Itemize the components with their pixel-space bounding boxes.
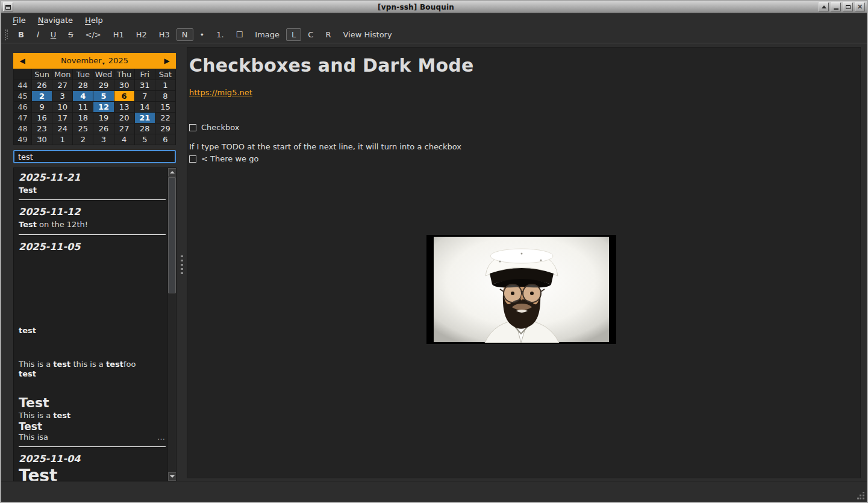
scroll-down-button[interactable] [168,472,176,481]
calendar-prev-month-button[interactable]: ◀ [13,57,31,65]
calendar-day[interactable]: 6 [114,91,134,101]
calendar-day[interactable]: 3 [93,134,113,145]
calendar-day[interactable]: 6 [155,134,175,145]
day-of-week-header: Thu [114,69,134,80]
calendar-day[interactable]: 5 [93,91,113,101]
calendar-day[interactable]: 4 [73,91,93,101]
window-controls: ✕ [819,2,865,11]
align-center-button[interactable]: C [302,28,319,41]
calendar-day[interactable]: 18 [73,113,93,123]
bullet-list-button[interactable]: • [195,28,210,41]
checkbox-unchecked-icon[interactable] [189,155,196,163]
calendar-day[interactable]: 2 [32,91,52,101]
checkbox-list-button[interactable]: ☐ [231,28,249,41]
maximize-button[interactable] [843,2,853,11]
calendar-day[interactable]: 30 [114,80,134,90]
scrollbar-thumb[interactable] [168,177,176,293]
calendar-day[interactable]: 19 [93,113,113,123]
calendar-day[interactable]: 26 [93,123,113,134]
close-button[interactable]: ✕ [855,2,865,11]
calendar-day[interactable]: 12 [93,102,113,112]
calendar-day[interactable]: 3 [52,91,72,101]
heading1-button[interactable]: H1 [108,28,130,41]
calendar-day[interactable]: 30 [32,134,52,145]
calendar-day[interactable]: 24 [52,123,72,134]
calendar-day[interactable]: 21 [135,113,155,123]
calendar-day[interactable]: 10 [52,102,72,112]
search-result-item[interactable]: 2025-11-12Test on the 12th! [19,206,166,234]
calendar-day[interactable]: 29 [93,80,113,90]
calendar-day[interactable]: 4 [114,134,134,145]
align-left-button[interactable]: L [286,28,301,41]
toolbar-drag-handle-icon[interactable] [5,30,8,40]
results-scrollbar[interactable] [167,168,176,481]
heading3-button[interactable]: H3 [154,28,175,41]
calendar-day[interactable]: 31 [135,80,155,90]
normal-text-button[interactable]: N [176,28,193,41]
note-link[interactable]: https://mig5.net [189,88,252,97]
calendar-month-year[interactable]: November▾ 2025 [31,56,158,66]
calendar-day[interactable]: 5 [135,134,155,145]
calendar-day[interactable]: 14 [135,102,155,112]
insert-image-button[interactable]: Image [249,28,285,41]
result-snippet: Test on the 12th! [19,220,166,230]
search-result-item[interactable]: 2025-11-21Test [19,172,166,200]
format-bold-button[interactable]: B [13,28,30,41]
minimize-button[interactable] [831,2,841,11]
calendar-day[interactable]: 11 [73,102,93,112]
calendar-day[interactable]: 16 [32,113,52,123]
code-button[interactable]: </> [80,28,107,41]
note-editor[interactable]: Checkboxes and Dark Mode https://mig5.ne… [187,47,861,478]
calendar-day[interactable]: 27 [114,123,134,134]
search-result-item[interactable]: 2025-11-05testThis is a test this is a t… [19,241,166,448]
minimize-icon [834,8,838,10]
view-history-button[interactable]: View History [337,28,397,41]
calendar-day[interactable]: 28 [73,80,93,90]
checkbox-unchecked-icon[interactable] [189,124,196,131]
calendar-day[interactable]: 25 [73,123,93,134]
menu-file[interactable]: File [7,14,31,26]
calendar-day[interactable]: 28 [135,123,155,134]
calendar-month-label[interactable]: November [61,56,102,65]
calendar-year-label[interactable]: 2025 [108,56,128,65]
search-result-item[interactable]: 2025-11-04Test [19,453,166,481]
calendar-day[interactable]: 20 [114,113,134,123]
calendar-day[interactable]: 22 [155,113,175,123]
week-number: 49 [14,134,31,145]
menu-file-label: ile [17,16,26,25]
calendar-day[interactable]: 1 [52,134,72,145]
align-right-button[interactable]: R [320,28,336,41]
menu-navigate[interactable]: Navigate [33,14,78,26]
calendar-day[interactable]: 26 [32,80,52,90]
calendar-day[interactable]: 15 [155,102,175,112]
format-strikethrough-button[interactable]: S [63,28,78,41]
resize-grip-icon[interactable] [857,492,865,500]
calendar-day[interactable]: 1 [155,80,175,90]
calendar-day[interactable]: 2 [73,134,93,145]
shade-button[interactable] [819,2,829,11]
format-italic-button[interactable]: I [31,28,44,41]
calendar-day[interactable]: 9 [32,102,52,112]
heading2-button[interactable]: H2 [131,28,152,41]
app-window: [vpn-ssh] Bouquin ✕ File Navigate Help B… [0,0,868,503]
calendar-day[interactable]: 7 [135,91,155,101]
calendar-day[interactable]: 23 [32,123,52,134]
sidebar-splitter[interactable] [177,43,187,481]
menu-help-mnemonic: H [85,16,91,25]
calendar-day[interactable]: 8 [155,91,175,101]
calendar-day[interactable]: 29 [155,123,175,134]
numbered-list-button[interactable]: 1. [211,28,229,41]
scroll-up-button[interactable] [168,168,176,177]
calendar-day[interactable]: 13 [114,102,134,112]
menu-help[interactable]: Help [80,14,108,26]
result-date: 2025-11-21 [19,172,166,183]
calendar-next-month-button[interactable]: ▶ [158,57,176,65]
search-input[interactable] [13,150,176,163]
calendar-day[interactable]: 27 [52,80,72,90]
week-col-header [14,69,31,80]
calendar-day[interactable]: 17 [52,113,72,123]
format-underline-button[interactable]: U [45,28,62,41]
menubar: File Navigate Help [1,13,867,27]
window-menu-button[interactable] [3,2,13,11]
menu-navigate-label: avigate [44,16,73,25]
